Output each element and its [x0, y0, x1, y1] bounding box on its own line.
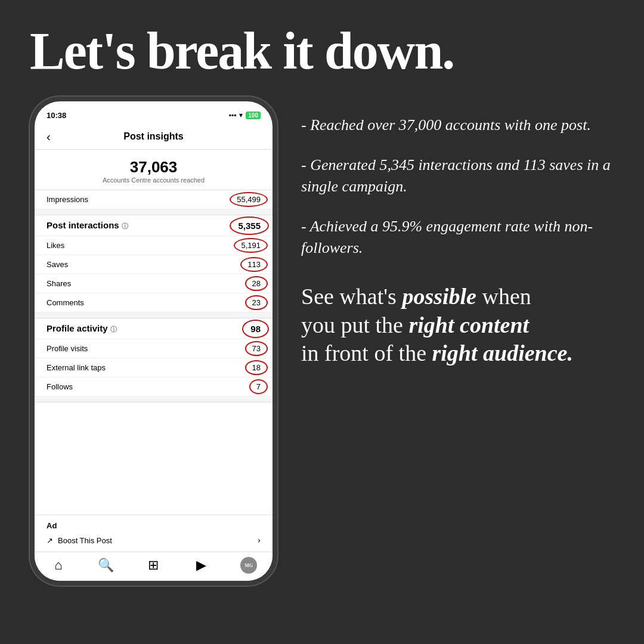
- ext-link-value: 18: [252, 363, 261, 372]
- phone-container: 10:38 ▪▪▪ ▾ 100 ‹ Post insights: [30, 97, 277, 620]
- bullet-2: - Generated 5,345 interactions and 113 s…: [301, 154, 614, 198]
- post-interactions-label: Post interactions ⓘ: [47, 220, 128, 231]
- ad-label: Ad: [47, 521, 261, 530]
- wifi-icon: ▾: [239, 111, 243, 119]
- screen-header: ‹ Post insights: [35, 124, 273, 150]
- boost-this-post-label: Boost This Post: [58, 536, 112, 545]
- status-icons: ▪▪▪ ▾ 100: [229, 111, 261, 119]
- impressions-circle: 55,499: [237, 195, 261, 204]
- screen-title: Post insights: [123, 131, 183, 141]
- cta-line3-italic: right audience.: [432, 340, 573, 366]
- saves-circle: 113: [247, 260, 261, 269]
- nav-home-icon[interactable]: ⌂: [50, 557, 67, 574]
- profile-visits-label: Profile visits: [47, 344, 88, 353]
- impressions-value: 55,499: [237, 195, 261, 204]
- phone-nav: ⌂ 🔍 ⊞ ▶ MG: [35, 552, 273, 581]
- signal-icon: ▪▪▪: [229, 111, 237, 119]
- impressions-label: Impressions: [47, 195, 88, 204]
- follows-row: Follows 7: [35, 377, 273, 397]
- cta-line1-italic: possible: [402, 284, 476, 309]
- headline: Let's break it down.: [30, 24, 614, 79]
- saves-value: 113: [247, 260, 261, 269]
- follows-circle: 7: [256, 382, 261, 391]
- boost-left: ↗ Boost This Post: [47, 536, 112, 545]
- shares-row: Shares 28: [35, 274, 273, 293]
- profile-visits-circle: 73: [252, 344, 261, 353]
- boost-row[interactable]: ↗ Boost This Post ›: [47, 535, 261, 546]
- boost-trend-icon: ↗: [47, 536, 53, 545]
- saves-label: Saves: [47, 260, 68, 269]
- post-interactions-header: Post interactions ⓘ 5,355: [35, 215, 273, 236]
- shares-value: 28: [252, 279, 261, 288]
- ad-section: Ad ↗ Boost This Post ›: [35, 515, 273, 552]
- phone-screen: ‹ Post insights 37,063 Accounts Centre a…: [35, 124, 273, 581]
- comments-row: Comments 23: [35, 293, 273, 312]
- main-container: Let's break it down. 10:38 ▪▪▪ ▾ 100: [0, 0, 644, 644]
- right-content: - Reached over 37,000 accounts with one …: [301, 97, 614, 620]
- cta-line1-end: when: [476, 284, 531, 309]
- nav-reels-icon[interactable]: ▶: [193, 557, 209, 574]
- follows-value: 7: [256, 382, 261, 391]
- ext-link-row: External link taps 18: [35, 358, 273, 377]
- cta-text: See what's possible when you put the rig…: [301, 283, 614, 368]
- info-icon-1: ⓘ: [122, 222, 128, 230]
- profile-total-circle: 98: [250, 324, 261, 334]
- impressions-row: Impressions 55,499: [35, 190, 273, 209]
- reach-number: 37,063: [47, 158, 261, 177]
- back-button[interactable]: ‹: [47, 130, 51, 144]
- cta-line1-normal: See what's: [301, 284, 402, 309]
- info-icon-2: ⓘ: [110, 326, 117, 333]
- profile-activity-total: 98: [250, 324, 261, 334]
- nav-avatar[interactable]: MG: [240, 557, 257, 574]
- shares-circle: 28: [252, 279, 261, 288]
- phone-mockup: 10:38 ▪▪▪ ▾ 100 ‹ Post insights: [30, 97, 277, 586]
- likes-value: 5,191: [241, 241, 261, 250]
- bullet-3: - Achieved a 95.9% engagement rate with …: [301, 216, 614, 259]
- section-divider-3: [35, 397, 273, 402]
- cta-line2-normal: you put the: [301, 312, 408, 338]
- profile-visits-value: 73: [252, 344, 261, 353]
- reach-label: Accounts Centre accounts reached: [47, 177, 261, 184]
- ext-link-label: External link taps: [47, 363, 106, 372]
- likes-circle: 5,191: [241, 241, 261, 250]
- interactions-total-circle: 5,355: [238, 221, 261, 231]
- comments-circle: 23: [252, 298, 261, 307]
- nav-search-icon[interactable]: 🔍: [98, 557, 114, 574]
- ext-link-circle: 18: [252, 363, 261, 372]
- comments-value: 23: [252, 298, 261, 307]
- profile-visits-row: Profile visits 73: [35, 339, 273, 358]
- content-row: 10:38 ▪▪▪ ▾ 100 ‹ Post insights: [30, 97, 614, 620]
- status-time: 10:38: [47, 111, 66, 120]
- status-bar: 10:38 ▪▪▪ ▾ 100: [35, 101, 273, 124]
- post-interactions-total: 5,355: [238, 221, 261, 231]
- shares-label: Shares: [47, 279, 71, 288]
- section-divider-2: [35, 312, 273, 318]
- likes-label: Likes: [47, 241, 64, 250]
- bullet-1: - Reached over 37,000 accounts with one …: [301, 114, 614, 136]
- boost-chevron-icon: ›: [258, 535, 261, 546]
- battery-icon: 100: [246, 112, 261, 119]
- profile-activity-header: Profile activity ⓘ 98: [35, 318, 273, 339]
- nav-add-icon[interactable]: ⊞: [145, 557, 162, 574]
- comments-label: Comments: [47, 298, 84, 307]
- likes-row: Likes 5,191: [35, 236, 273, 255]
- follows-label: Follows: [47, 382, 73, 391]
- cta-line3-normal: in front of the: [301, 340, 432, 366]
- section-divider-1: [35, 209, 273, 215]
- profile-activity-label: Profile activity ⓘ: [47, 323, 117, 334]
- cta-line2-italic: right content: [408, 312, 529, 338]
- accounts-reached-section: 37,063 Accounts Centre accounts reached: [35, 150, 273, 190]
- saves-row: Saves 113: [35, 255, 273, 274]
